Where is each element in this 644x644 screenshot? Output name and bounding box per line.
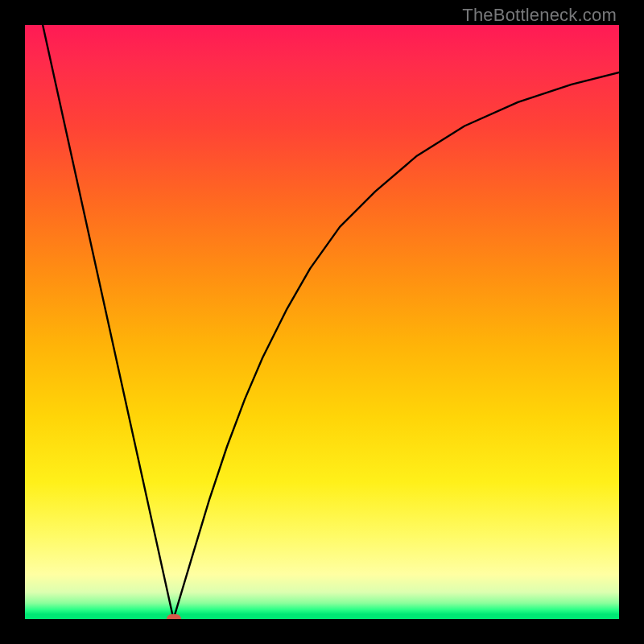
plot-area (25, 25, 619, 619)
minimum-marker (167, 614, 181, 619)
bottleneck-curve (25, 25, 619, 619)
attribution-text: TheBottleneck.com (462, 5, 617, 26)
chart-frame: TheBottleneck.com (0, 0, 644, 644)
